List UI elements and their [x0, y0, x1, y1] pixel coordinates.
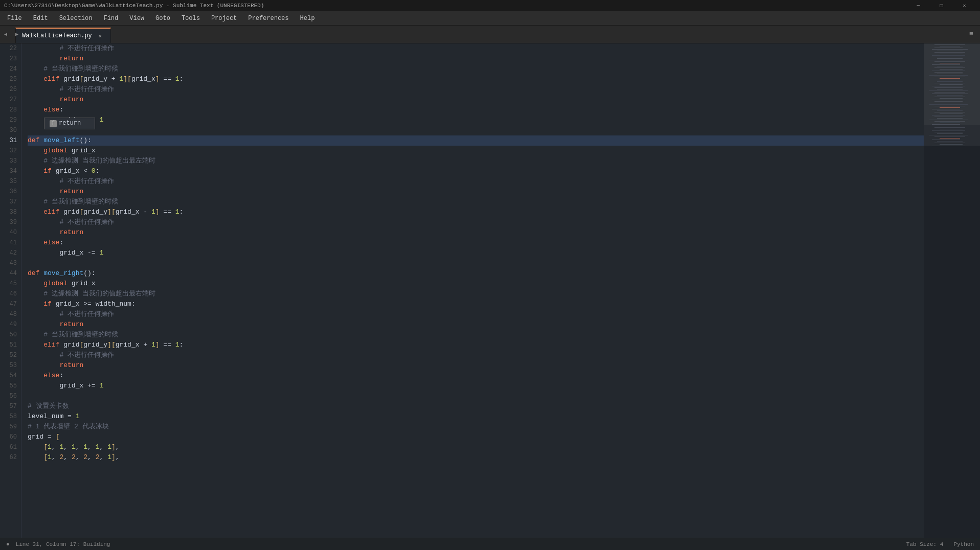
- status-left: ● Line 31, Column 17: Building: [6, 541, 110, 547]
- ac-item-return[interactable]: freturn: [44, 118, 95, 129]
- line-num-22: 22: [4, 43, 17, 54]
- editor[interactable]: freturn 22 23 24 25 26 27 28 29 30 31 32…: [0, 43, 980, 538]
- line-num-60: 60: [4, 432, 17, 442]
- line-num-38: 38: [4, 207, 17, 217]
- line-num-58: 58: [4, 411, 17, 422]
- menu-view[interactable]: View: [124, 13, 149, 24]
- code-line-32: global grid_x: [28, 146, 924, 156]
- line-num-53: 53: [4, 360, 17, 371]
- code-line-57: # 设置关卡数: [28, 401, 924, 411]
- line-num-23: 23: [4, 54, 17, 64]
- code-line-36: return: [28, 187, 924, 197]
- line-num-37: 37: [4, 197, 17, 207]
- tab-bar: ◀ ▶ WalkLatticeTeach.py ✕ ≡: [0, 26, 980, 43]
- menu-edit[interactable]: Edit: [28, 13, 53, 24]
- code-line-24: # 当我们碰到墙壁的时候: [28, 64, 924, 74]
- code-line-51: elif grid[grid_y][grid_x + 1] == 1:: [28, 340, 924, 350]
- code-area[interactable]: # 不进行任何操作 return # 当我们碰到墙壁的时候 elif grid[…: [21, 43, 924, 538]
- line-num-46: 46: [4, 289, 17, 299]
- code-line-34: if grid_x < 0:: [28, 166, 924, 176]
- title-bar-left: C:\Users\27316\Desktop\Game\WalkLatticeT…: [4, 3, 264, 9]
- status-right: Tab Size: 4 Python: [906, 541, 974, 547]
- line-num-41: 41: [4, 238, 17, 248]
- line-num-35: 35: [4, 176, 17, 187]
- code-line-22: # 不进行任何操作: [28, 43, 924, 54]
- code-line-45: global grid_x: [28, 279, 924, 289]
- line-num-32: 32: [4, 146, 17, 156]
- code-line-29: grid_y += 1: [28, 115, 924, 125]
- menu-goto[interactable]: Goto: [150, 13, 175, 24]
- line-num-27: 27: [4, 95, 17, 105]
- code-line-33: # 边缘检测 当我们的值超出最左端时: [28, 156, 924, 166]
- status-tab-size[interactable]: Tab Size: 4: [906, 541, 944, 547]
- main-area: freturn 22 23 24 25 26 27 28 29 30 31 32…: [0, 43, 980, 538]
- autocomplete-popup: freturn: [44, 118, 95, 129]
- maximize-button[interactable]: □: [930, 0, 953, 11]
- line-num-61: 61: [4, 442, 17, 452]
- menu-bar: File Edit Selection Find View Goto Tools…: [0, 11, 980, 26]
- line-num-51: 51: [4, 340, 17, 350]
- code-line-27: return: [28, 95, 924, 105]
- code-line-58: level_num = 1: [28, 411, 924, 422]
- code-line-54: else:: [28, 371, 924, 381]
- code-line-25: elif grid[grid_y + 1][grid_x] == 1:: [28, 74, 924, 84]
- code-line-42: grid_x -= 1: [28, 248, 924, 258]
- code-line-31: def move_left():: [28, 135, 924, 146]
- minimize-button[interactable]: ─: [907, 0, 930, 11]
- code-line-37: # 当我们碰到墙壁的时候: [28, 197, 924, 207]
- tab-close-button[interactable]: ✕: [96, 32, 104, 40]
- line-num-52: 52: [4, 350, 17, 360]
- code-line-43: [28, 258, 924, 268]
- code-line-35: # 不进行任何操作: [28, 176, 924, 187]
- line-num-28: 28: [4, 105, 17, 115]
- code-line-38: elif grid[grid_y][grid_x - 1] == 1:: [28, 207, 924, 217]
- code-line-30: [28, 125, 924, 135]
- line-num-36: 36: [4, 187, 17, 197]
- close-button[interactable]: ✕: [953, 0, 976, 11]
- line-num-50: 50: [4, 330, 17, 340]
- line-num-54: 54: [4, 371, 17, 381]
- menu-help[interactable]: Help: [295, 13, 320, 24]
- code-line-52: # 不进行任何操作: [28, 350, 924, 360]
- menu-file[interactable]: File: [2, 13, 27, 24]
- title-bar-controls: ─ □ ✕: [907, 0, 976, 11]
- line-num-24: 24: [4, 64, 17, 74]
- status-build-icon: ●: [6, 541, 10, 547]
- menu-preferences[interactable]: Preferences: [243, 13, 294, 24]
- line-num-34: 34: [4, 166, 17, 176]
- svg-rect-66: [932, 146, 965, 146]
- code-line-26: # 不进行任何操作: [28, 84, 924, 95]
- line-num-48: 48: [4, 309, 17, 319]
- line-num-40: 40: [4, 227, 17, 238]
- code-line-60: grid = [: [28, 432, 924, 442]
- code-line-44: def move_right():: [28, 268, 924, 279]
- status-language[interactable]: Python: [953, 541, 974, 547]
- code-line-62: [1, 2, 2, 2, 2, 1],: [28, 452, 924, 463]
- tab-next-button[interactable]: ▶: [11, 25, 23, 43]
- line-num-57: 57: [4, 401, 17, 411]
- menu-tools[interactable]: Tools: [176, 13, 205, 24]
- menu-selection[interactable]: Selection: [54, 13, 98, 24]
- tab-prev-button[interactable]: ◀: [0, 25, 11, 43]
- title-bar: C:\Users\27316\Desktop\Game\WalkLatticeT…: [0, 0, 980, 11]
- code-line-50: # 当我们碰到墙壁的时候: [28, 330, 924, 340]
- line-num-42: 42: [4, 248, 17, 258]
- line-num-26: 26: [4, 84, 17, 95]
- ac-icon-return: f: [50, 120, 57, 127]
- code-line-56: [28, 391, 924, 401]
- sidebar-toggle-button[interactable]: ≡: [964, 25, 979, 43]
- menu-find[interactable]: Find: [98, 13, 123, 24]
- status-bar: ● Line 31, Column 17: Building Tab Size:…: [0, 538, 980, 550]
- title-text: C:\Users\27316\Desktop\Game\WalkLatticeT…: [4, 3, 264, 9]
- code-line-61: [1, 1, 1, 1, 1, 1],: [28, 442, 924, 452]
- minimap-viewport: [924, 43, 980, 146]
- code-line-39: # 不进行任何操作: [28, 217, 924, 227]
- tab-walklattice[interactable]: WalkLatticeTeach.py ✕: [15, 28, 111, 43]
- code-line-40: return: [28, 227, 924, 238]
- code-line-59: # 1 代表墙壁 2 代表冰块: [28, 422, 924, 432]
- minimap: [924, 43, 980, 538]
- menu-project[interactable]: Project: [206, 13, 242, 24]
- code-line-48: # 不进行任何操作: [28, 309, 924, 319]
- code-line-28: else:: [28, 105, 924, 115]
- code-line-46: # 边缘检测 当我们的值超出最右端时: [28, 289, 924, 299]
